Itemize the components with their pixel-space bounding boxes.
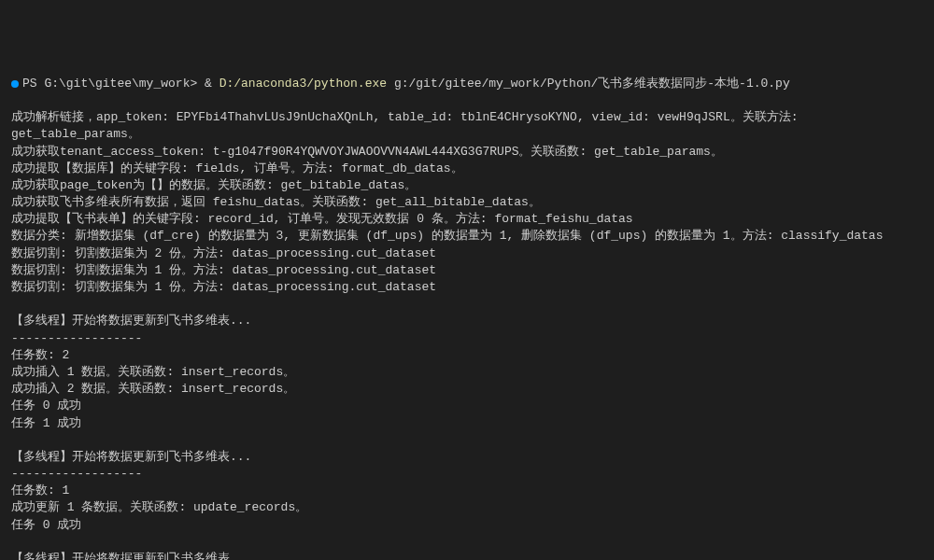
output-line: 数据切割: 切割数据集为 2 份。方法: datas_processing.cu… bbox=[11, 245, 923, 262]
output-line: 任务数: 1 bbox=[11, 483, 923, 499]
output-line: 成功解析链接，app_token: EPYFbi4ThahvLUsJ9nUcha… bbox=[11, 109, 923, 143]
output-line: 【多线程】开始将数据更新到飞书多维表... bbox=[11, 313, 923, 329]
prompt-path: G:\git\gitee\my_work> bbox=[44, 76, 197, 92]
output-line: 成功提取【数据库】的关键字段: fields, 订单号。方法: format_d… bbox=[11, 161, 923, 177]
output-line: ------------------ bbox=[11, 330, 923, 347]
output-line: 数据分类: 新增数据集 (df_cre) 的数据量为 3, 更新数据集 (df_… bbox=[11, 228, 923, 245]
output-line: 任务 1 成功 bbox=[11, 415, 923, 432]
output-line: 数据切割: 切割数据集为 1 份。方法: datas_processing.cu… bbox=[11, 262, 923, 279]
output-line: 【多线程】开始将数据更新到飞书多维表... bbox=[11, 449, 923, 466]
command-line[interactable]: PS G:\git\gitee\my_work> & D:/anaconda3/… bbox=[11, 76, 923, 92]
output-line: 成功插入 1 数据。关联函数: insert_records。 bbox=[11, 364, 923, 381]
output-line: 成功获取飞书多维表所有数据，返回 feishu_datas。关联函数: get_… bbox=[11, 194, 923, 211]
terminal-output[interactable]: 成功解析链接，app_token: EPYFbi4ThahvLUsJ9nUcha… bbox=[11, 109, 923, 560]
output-line bbox=[11, 296, 923, 313]
output-line: 成功更新 1 条数据。关联函数: update_records。 bbox=[11, 499, 923, 516]
output-line: 【多线程】开始将数据更新到飞书多维表... bbox=[11, 551, 923, 560]
amp: & bbox=[197, 76, 219, 92]
output-line: 成功插入 2 数据。关联函数: insert_records。 bbox=[11, 381, 923, 398]
output-line: 任务数: 2 bbox=[11, 347, 923, 364]
output-line: ------------------ bbox=[11, 466, 923, 483]
output-line: 成功获取tenant_access_token: t-g1047f90R4YQW… bbox=[11, 144, 923, 161]
output-line: 成功提取【飞书表单】的关键字段: record_id, 订单号。发现无效数据 0… bbox=[11, 211, 923, 228]
output-line bbox=[11, 432, 923, 449]
prompt-ps: PS bbox=[22, 76, 44, 92]
breakpoint-icon bbox=[11, 80, 19, 88]
output-line: 任务 0 成功 bbox=[11, 398, 923, 414]
output-line: 数据切割: 切割数据集为 1 份。方法: datas_processing.cu… bbox=[11, 279, 923, 296]
output-line: 成功获取page_token为【】的数据。关联函数: get_bitable_d… bbox=[11, 177, 923, 194]
output-line: 任务 0 成功 bbox=[11, 517, 923, 534]
script-path: g:/git/gitee/my_work/Python/飞书多维表数据同步-本地… bbox=[387, 76, 790, 92]
output-line bbox=[11, 534, 923, 551]
python-path: D:/anaconda3/python.exe bbox=[219, 76, 387, 92]
